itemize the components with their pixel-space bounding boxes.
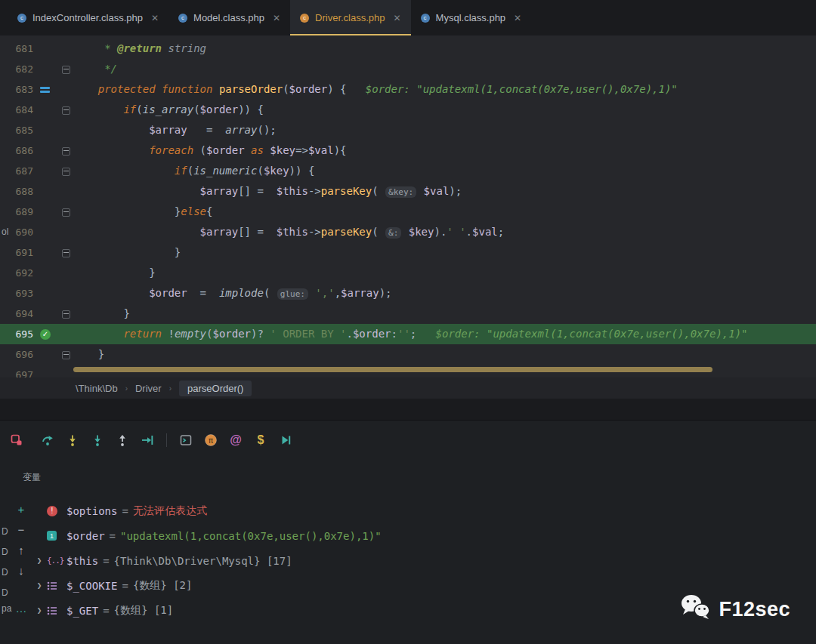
more-options-button[interactable]: …	[12, 598, 30, 618]
code-line-690[interactable]: 690 $array[] = $this->parseKey( &: $key)…	[0, 222, 816, 242]
fold-marker-icon[interactable]	[62, 249, 70, 257]
clipped-tool-label: D	[2, 526, 8, 537]
line-number[interactable]: 686	[0, 140, 33, 161]
variables-toolbar: +−↑↓…	[12, 499, 30, 618]
code-line-686[interactable]: 686 foreach ($order as $key=>$val){	[0, 140, 816, 161]
php-console-icon[interactable]: π	[203, 433, 218, 448]
editor-tab[interactable]: cMysql.class.php✕	[411, 0, 532, 35]
line-number[interactable]: 684	[0, 100, 33, 120]
code-line-694[interactable]: 694 }	[0, 304, 816, 324]
force-step-into-icon[interactable]	[90, 433, 105, 448]
line-number[interactable]: 693	[0, 283, 33, 304]
variable-value: {Think\Db\Driver\Mysql} [17]	[114, 555, 292, 567]
code-line-684[interactable]: 684 if(is_array($order)) {	[0, 100, 816, 120]
console-icon[interactable]	[178, 433, 193, 448]
run-to-cursor-icon[interactable]	[140, 433, 155, 448]
fold-marker-icon[interactable]	[62, 168, 70, 176]
code-line-691[interactable]: 691 }	[0, 242, 816, 263]
code-text: * @return string	[73, 39, 816, 59]
expand-chevron-icon[interactable]: ❯	[32, 605, 47, 615]
code-line-685[interactable]: 685 $array = array();	[0, 120, 816, 140]
close-tab-icon[interactable]: ✕	[273, 13, 280, 23]
code-line-688[interactable]: 688 $array[] = $this->parseKey( &key: $v…	[0, 181, 816, 202]
code-line-696[interactable]: 696 }	[0, 344, 816, 365]
close-tab-icon[interactable]: ✕	[394, 13, 401, 23]
step-into-icon[interactable]	[65, 433, 80, 448]
code-text: }	[73, 304, 816, 324]
php-class-icon: c	[300, 14, 309, 23]
add-watch-button[interactable]: +	[12, 499, 30, 519]
code-text: */	[73, 59, 816, 79]
fold-marker-icon[interactable]	[62, 351, 70, 359]
code-text: return !empty($order)? ' ORDER BY '.$ord…	[73, 324, 816, 344]
variable-name: $this	[66, 555, 98, 567]
line-number[interactable]: 694	[0, 304, 33, 324]
code-line-695[interactable]: 695✓ return !empty($order)? ' ORDER BY '…	[0, 324, 816, 344]
breakpoint-hit-icon[interactable]: ✓	[40, 324, 51, 344]
fold-marker-icon[interactable]	[62, 147, 70, 156]
breadcrumb-item[interactable]: \Think\Db	[76, 383, 118, 394]
fold-marker-icon[interactable]	[62, 310, 70, 319]
move-down-button[interactable]: ↓	[12, 560, 30, 581]
variable-row[interactable]: ❯{..}$this={Think\Db\Driver\Mysql} [17]	[32, 548, 816, 573]
evaluate-at-icon[interactable]: @	[228, 433, 243, 448]
code-lines: 681 * @return string682 */683 protected …	[0, 35, 816, 377]
code-editor[interactable]: 681 * @return string682 */683 protected …	[0, 35, 816, 377]
expand-chevron-icon[interactable]: ❯	[32, 556, 47, 565]
step-out-icon[interactable]	[115, 433, 130, 448]
step-over-icon[interactable]	[40, 433, 55, 448]
code-line-687[interactable]: 687 if(is_numeric($key)) {	[0, 161, 816, 181]
line-number[interactable]: 683	[0, 79, 33, 100]
php-class-icon: c	[178, 14, 187, 23]
code-line-682[interactable]: 682 */	[0, 59, 816, 79]
line-number[interactable]: 689	[0, 202, 33, 222]
resume-icon[interactable]	[278, 433, 293, 448]
code-line-689[interactable]: 689 }else{	[0, 202, 816, 222]
line-number[interactable]: 691	[0, 242, 33, 263]
tab-label: Model.class.php	[193, 12, 264, 23]
array-icon	[47, 606, 66, 615]
line-number[interactable]: 681	[0, 39, 33, 59]
line-number[interactable]: 697	[0, 365, 33, 377]
panel-gap	[0, 399, 816, 420]
code-line-681[interactable]: 681 * @return string	[0, 39, 816, 59]
fold-marker-icon[interactable]	[62, 208, 70, 217]
clipped-tool-label: D	[2, 567, 8, 578]
horizontal-scrollbar[interactable]	[73, 367, 712, 372]
close-tab-icon[interactable]: ✕	[514, 13, 521, 23]
close-tab-icon[interactable]: ✕	[151, 13, 159, 23]
bookmark-icon[interactable]	[40, 79, 50, 100]
memory-dollar-icon[interactable]: $	[253, 433, 268, 448]
editor-tab[interactable]: cDriver.class.php✕	[290, 0, 411, 35]
line-number[interactable]: 696	[0, 344, 33, 365]
move-up-button[interactable]: ↑	[12, 540, 30, 560]
variable-row[interactable]: !$options=无法评估表达式	[32, 498, 816, 523]
code-line-693[interactable]: 693 $order = implode( glue: ',',$array);	[0, 283, 816, 304]
check-icon: ✓	[40, 329, 51, 340]
line-number[interactable]: 685	[0, 120, 33, 140]
equals-sign: =	[105, 530, 120, 542]
breadcrumb-item[interactable]: parseOrder()	[179, 381, 252, 396]
line-number[interactable]: 687	[0, 161, 33, 181]
line-number[interactable]: 692	[0, 263, 33, 283]
divider	[0, 420, 816, 421]
fold-marker-icon[interactable]	[62, 66, 70, 74]
expand-chevron-icon[interactable]: ❯	[32, 581, 47, 590]
code-text: protected function parseOrder($order) { …	[73, 79, 816, 100]
line-number[interactable]: 695	[0, 324, 33, 344]
debug-toolbar: π@$	[0, 425, 293, 455]
remove-watch-button[interactable]: −	[12, 519, 30, 540]
view-breakpoints-icon[interactable]	[9, 433, 24, 448]
fold-marker-icon[interactable]	[62, 106, 70, 115]
line-number[interactable]: 682	[0, 59, 33, 79]
code-line-683[interactable]: 683 protected function parseOrder($order…	[0, 79, 816, 100]
variable-row[interactable]: 1$order="updatexml(1,concat(0x7e,user(),…	[32, 523, 816, 548]
editor-tab[interactable]: cIndexController.class.php✕	[8, 0, 168, 35]
variables-panel-title[interactable]: 变量	[23, 471, 41, 484]
line-number[interactable]: 688	[0, 181, 33, 202]
editor-tab[interactable]: cModel.class.php✕	[168, 0, 290, 35]
error-icon: !	[47, 506, 66, 516]
code-line-692[interactable]: 692 }	[0, 263, 816, 283]
breadcrumb-item[interactable]: Driver	[135, 383, 162, 394]
code-text: foreach ($order as $key=>$val){	[73, 140, 816, 161]
